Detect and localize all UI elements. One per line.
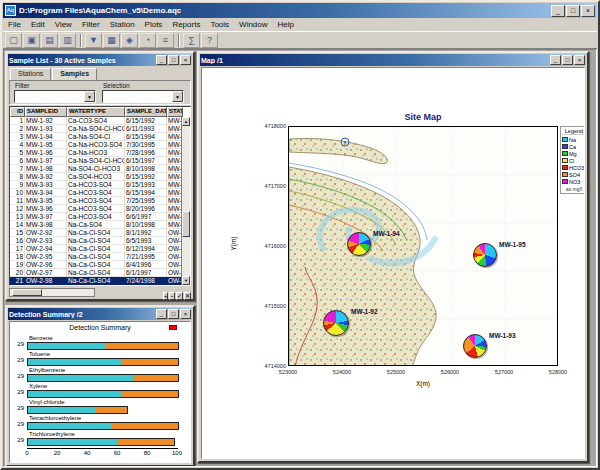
navigator-button-0[interactable]: + — [163, 292, 169, 300]
cell: MW-1-93 — [25, 125, 67, 133]
chevron-down-icon[interactable]: ▼ — [172, 91, 183, 102]
pie-chart-mw-1-94[interactable] — [347, 232, 371, 256]
menu-item-tools[interactable]: Tools — [205, 19, 234, 30]
table-row-mw-3-94[interactable]: 10MW-3-94Ca-HCO3-SO46/15/1994MW-3 — [10, 189, 190, 197]
table-row-ow-2-93[interactable]: 16OW-2-93Na-Ca-Cl-SO46/5/1993OW-2 — [10, 237, 190, 245]
maximize-button[interactable]: □ — [566, 5, 580, 17]
detection-count-label: 29 — [12, 437, 24, 443]
column-header-sample-date[interactable]: SAMPLE_DATE — [125, 107, 167, 117]
menu-item-help[interactable]: Help — [273, 19, 299, 30]
detection-analyte-label: Vinyl chloride — [29, 399, 65, 405]
menu-item-view[interactable]: View — [50, 19, 77, 30]
x-tick-label-20: 20 — [54, 450, 61, 456]
map-window-title: Map /1 — [201, 57, 549, 64]
scroll-up-icon[interactable]: ▲ — [182, 117, 190, 126]
table-row-mw-1-97[interactable]: 6MW-1-97Ca-Na-SO4-Cl-HCO36/15/1997MW-1 — [10, 157, 190, 165]
toolbar-separator — [80, 34, 82, 47]
menu-item-window[interactable]: Window — [234, 19, 272, 30]
cell: 7/25/1995 — [125, 197, 167, 205]
selection-combobox[interactable]: ▼ — [102, 90, 184, 103]
sample-close-button[interactable]: × — [180, 55, 191, 65]
hscrollbar-thumb[interactable] — [12, 289, 42, 296]
column-header-station[interactable]: STATION — [167, 107, 183, 117]
vertical-scrollbar[interactable]: ▲ ▼ — [181, 117, 190, 285]
print-icon[interactable]: ▥ — [59, 33, 76, 48]
column-header-watertype[interactable]: WATERTYPE — [67, 107, 125, 117]
table-row-mw-1-96[interactable]: 5MW-1-96Ca-Na-HCO37/28/1996MW-1 — [10, 149, 190, 157]
table-row-mw-3-93[interactable]: 9MW-3-93Ca-HCO3-SO46/15/1993MW-3 — [10, 181, 190, 189]
horizontal-scrollbar[interactable] — [9, 288, 95, 297]
close-button[interactable]: × — [581, 5, 595, 17]
cell: MW-1-95 — [25, 141, 67, 149]
table-row-ow-2-94[interactable]: 17OW-2-94Na-Ca-Cl-SO46/12/1994OW-2 — [10, 245, 190, 253]
table-icon[interactable]: ▦ — [103, 33, 120, 48]
column-header-sampleid[interactable]: SAMPLEID — [25, 107, 67, 117]
table-row-mw-1-98[interactable]: 7MW-1-98Na-SO4-Cl-HCO38/10/1998MW-1 — [10, 165, 190, 173]
cell: OW-2-98 — [25, 277, 67, 285]
cell: 6/15/1992 — [125, 173, 167, 181]
map-canvas[interactable]: Site Map Y(m) X(m) — [201, 67, 585, 459]
site-map-plot[interactable]: MW-1-94MW-1-95MW-1-92MW-1-93 — [288, 126, 558, 366]
calculator-icon[interactable]: ∑ — [183, 33, 200, 48]
detection-summary-titlebar[interactable]: Detection Summary /2 _ □ × — [8, 308, 192, 320]
table-row-mw-3-97[interactable]: 13MW-3-97Ca-HCO3-SO46/6/1997MW-3 — [10, 213, 190, 221]
map-titlebar[interactable]: Map /1 _ □ × — [200, 54, 586, 66]
menu-item-reports[interactable]: Reports — [167, 19, 205, 30]
table-row-mw-1-92[interactable]: 1MW-1-92Ca-CO3-SO46/15/1992MW-1 — [10, 117, 190, 125]
map-icon[interactable]: ◈ — [121, 33, 138, 48]
cell: MW-3-93 — [25, 181, 67, 189]
scrollbar-thumb[interactable] — [182, 211, 190, 237]
filter-combobox[interactable]: ▼ — [14, 90, 96, 103]
sample-maximize-button[interactable]: □ — [168, 55, 179, 65]
legend-label: HCO3 — [569, 165, 584, 171]
detection-close-button[interactable]: × — [180, 309, 191, 319]
menu-item-edit[interactable]: Edit — [26, 19, 50, 30]
minimize-button[interactable]: _ — [551, 5, 565, 17]
table-row-mw-3-96[interactable]: 12MW-3-96Ca-HCO3-SO48/20/1996MW-3 — [10, 205, 190, 213]
report-icon[interactable]: ≡ — [157, 33, 174, 48]
window-titlebar[interactable]: Aq D:\Program Files\AquaChem_v5\Demo.aqc… — [3, 3, 597, 18]
menu-item-plots[interactable]: Plots — [140, 19, 168, 30]
tab-stations[interactable]: Stations — [10, 68, 51, 80]
table-row-mw-3-95[interactable]: 11MW-3-95Ca-HCO3-SO47/25/1995MW-3 — [10, 197, 190, 205]
chevron-down-icon[interactable]: ▼ — [84, 91, 95, 102]
open-file-icon[interactable]: ▣ — [23, 33, 40, 48]
detection-analyte-label: Trichloroethylene — [29, 431, 75, 437]
table-row-mw-3-98[interactable]: 14MW-3-98Na-Ca-SO48/10/1998MW-3 — [10, 221, 190, 229]
legend-swatch — [562, 144, 568, 149]
pie-chart-mw-1-95[interactable] — [473, 243, 497, 267]
legend-swatch — [562, 158, 568, 163]
navigator-button-1[interactable]: − — [169, 292, 175, 300]
navigator-button-3[interactable]: ✕ — [184, 292, 191, 300]
pie-chart-mw-1-93[interactable] — [463, 334, 487, 358]
table-row-mw-1-93[interactable]: 2MW-1-93Ca-Na-SO4-Cl-HCO36/11/1993MW-1 — [10, 125, 190, 133]
table-row-ow-2-96[interactable]: 19OW-2-96Na-Ca-Cl-SO46/4/1996OW-2 — [10, 261, 190, 269]
table-row-ow-2-97[interactable]: 20OW-2-97Na-Ca-Cl-SO46/1/1997OW-2 — [10, 269, 190, 277]
sample-list-titlebar[interactable]: Sample List - 30 Active Samples _ □ × — [8, 54, 192, 66]
table-row-ow-2-92[interactable]: 15OW-2-92Na-Ca-Cl-SO48/1/1992OW-2 — [10, 229, 190, 237]
column-header-id[interactable]: ID — [10, 107, 25, 117]
help-icon[interactable]: ? — [201, 33, 218, 48]
pie-plot-icon[interactable]: ◔ — [139, 33, 156, 48]
pie-chart-mw-1-92[interactable] — [323, 310, 349, 336]
menu-item-filter[interactable]: Filter — [77, 19, 105, 30]
sample-minimize-button[interactable]: _ — [156, 55, 167, 65]
table-row-ow-2-95[interactable]: 18OW-2-95Na-Ca-Cl-SO47/21/1995OW-2 — [10, 253, 190, 261]
cell: Ca-Na-HCO3 — [67, 149, 125, 157]
table-row-mw-1-94[interactable]: 3MW-1-94Ca-Na-SO4-Cl6/15/1994MW-1 — [10, 133, 190, 141]
map-minimize-button[interactable]: _ — [550, 55, 561, 65]
menu-item-station[interactable]: Station — [105, 19, 140, 30]
navigator-button-2[interactable]: ✓ — [176, 292, 183, 300]
toolbar: ▢▣▤▥▼▦◈◔≡∑? — [3, 31, 597, 49]
detection-minimize-button[interactable]: _ — [156, 309, 167, 319]
table-row-mw-3-92[interactable]: 8MW-3-92Ca-SO4-HCO36/15/1992MW-3 — [10, 173, 190, 181]
map-maximize-button[interactable]: □ — [562, 55, 573, 65]
sample-table-header: IDSAMPLEIDWATERTYPESAMPLE_DATESTATION — [10, 107, 190, 117]
detection-maximize-button[interactable]: □ — [168, 309, 179, 319]
menu-item-file[interactable]: File — [3, 19, 26, 30]
save-icon[interactable]: ▤ — [41, 33, 58, 48]
filter-icon[interactable]: ▼ — [85, 33, 102, 48]
new-file-icon[interactable]: ▢ — [5, 33, 22, 48]
map-close-button[interactable]: × — [574, 55, 585, 65]
table-row-mw-1-95[interactable]: 4MW-1-95Ca-Na-HCO3-SO47/30/1995MW-1 — [10, 141, 190, 149]
